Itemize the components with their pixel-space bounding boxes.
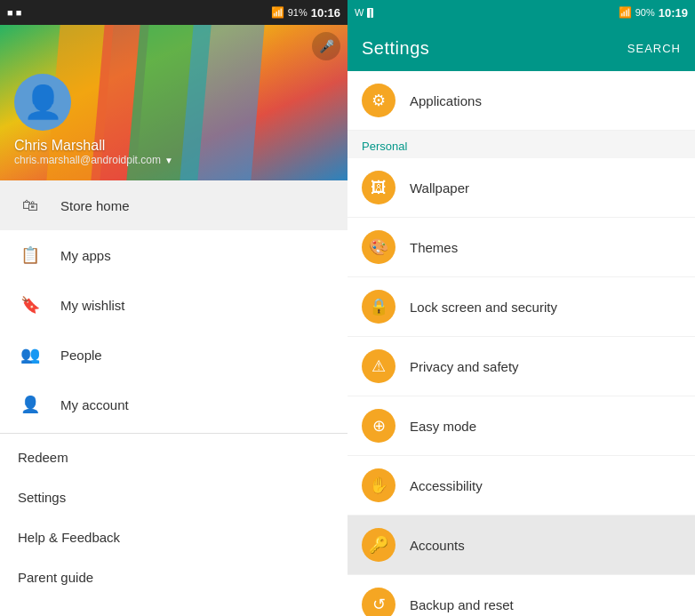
settings-item-accounts[interactable]: 🔑 Accounts [348,516,695,575]
settings-item-wallpaper[interactable]: 🖼 Wallpaper [348,158,695,218]
profile-name: Chris Marshall [14,138,105,154]
people-label: People [60,348,102,363]
search-button[interactable]: SEARCH [627,42,681,55]
settings-label: Settings [18,490,66,505]
lock-screen-icon: 🔒 [362,290,395,324]
avatar: 👤 [14,74,71,131]
time-right: 10:19 [659,6,688,20]
parent-guide-label: Parent guide [18,570,93,585]
settings-item-privacy-safety[interactable]: ⚠ Privacy and safety [348,337,695,396]
settings-item-themes[interactable]: 🎨 Themes [348,218,695,277]
w-indicator: W [355,7,363,18]
accessibility-icon: ✋ [362,468,395,502]
mic-button[interactable]: 🎤 [312,32,340,60]
themes-icon: 🎨 [362,230,395,264]
status-bar-left: ■ ■ 📶 91% 10:16 [0,0,348,25]
menu-item-parent-guide[interactable]: Parent guide [0,557,348,597]
my-wishlist-label: My wishlist [60,298,125,313]
help-feedback-label: Help & Feedback [18,530,120,545]
applications-label: Applications [410,93,482,108]
lock-screen-label: Lock screen and security [410,300,557,315]
wallpaper-label: Wallpaper [410,180,469,196]
menu-divider [0,433,348,434]
accessibility-label: Accessibility [410,478,483,493]
people-icon: 👥 [18,342,43,367]
wallpaper-icon: 🖼 [362,171,395,204]
accounts-label: Accounts [410,538,465,553]
battery-percent-left: 91% [288,7,308,18]
settings-item-accessibility[interactable]: ✋ Accessibility [348,456,695,516]
settings-item-lock-screen[interactable]: 🔒 Lock screen and security [348,277,695,337]
right-status-info-right: 📶 90% 10:19 [619,6,688,20]
easy-mode-label: Easy mode [410,419,476,434]
carrier-icon: ■ ■ [7,7,21,18]
menu-item-store-home[interactable]: 🛍 Store home [0,180,348,230]
left-status-icons: ■ ■ [7,7,21,18]
left-panel: ■ ■ 📶 91% 10:16 🎤 👤 Chris Marshall chris… [0,0,348,616]
signal-icon-right: 📶 [619,6,632,19]
my-apps-label: My apps [60,248,111,263]
left-status-right-panel: W | [355,7,373,18]
my-account-icon: 👤 [18,392,43,417]
menu-item-my-wishlist[interactable]: 🔖 My wishlist [0,280,348,330]
settings-item-easy-mode[interactable]: ⊕ Easy mode [348,396,695,456]
applications-icon: ⚙ [362,84,395,117]
my-account-label: My account [60,397,129,412]
profile-email: chris.marshall@androidpit.com ▼ [14,154,173,166]
dropdown-arrow-icon[interactable]: ▼ [164,156,173,165]
redeem-label: Redeem [18,450,68,465]
privacy-safety-icon: ⚠ [362,349,395,383]
menu-item-settings[interactable]: Settings [0,477,348,517]
themes-label: Themes [410,240,458,255]
backup-reset-icon: ↺ [362,588,395,616]
time-left: 10:16 [311,6,340,20]
menu-item-my-apps[interactable]: 📋 My apps [0,230,348,280]
backup-reset-label: Backup and reset [410,597,514,612]
menu-item-help-feedback[interactable]: Help & Feedback [0,517,348,557]
accounts-icon: 🔑 [362,528,395,562]
my-wishlist-icon: 🔖 [18,292,43,317]
right-status-info-left: 📶 91% 10:16 [271,6,340,20]
privacy-safety-label: Privacy and safety [410,359,519,374]
section-personal: Personal [348,131,695,158]
menu-list: 🛍 Store home 📋 My apps 🔖 My wishlist 👥 P… [0,180,348,616]
my-apps-icon: 📋 [18,243,43,268]
menu-item-my-account[interactable]: 👤 My account [0,380,348,429]
settings-list: ⚙ Applications Personal 🖼 Wallpaper 🎨 Th… [348,71,695,616]
menu-item-redeem[interactable]: Redeem [0,437,348,477]
battery-percent-right: 90% [635,7,655,18]
settings-item-backup-reset[interactable]: ↺ Backup and reset [348,575,695,616]
profile-header: 🎤 👤 Chris Marshall chris.marshall@androi… [0,25,348,180]
easy-mode-icon: ⊕ [362,409,395,443]
profile-info: 👤 Chris Marshall chris.marshall@androidp… [14,74,173,166]
right-panel: W | 📶 90% 10:19 Settings SEARCH ⚙ Applic… [348,0,695,616]
status-bar-right: W | 📶 90% 10:19 [348,0,695,25]
avatar-icon: 👤 [23,86,63,118]
settings-header: Settings SEARCH [348,25,695,71]
store-home-label: Store home [60,198,130,213]
wifi-icon: 📶 [271,6,284,19]
store-home-icon: 🛍 [18,193,43,218]
menu-item-people[interactable]: 👥 People [0,330,348,380]
signal-dot: | [367,8,373,18]
settings-title: Settings [362,38,429,59]
settings-item-applications[interactable]: ⚙ Applications [348,71,695,131]
